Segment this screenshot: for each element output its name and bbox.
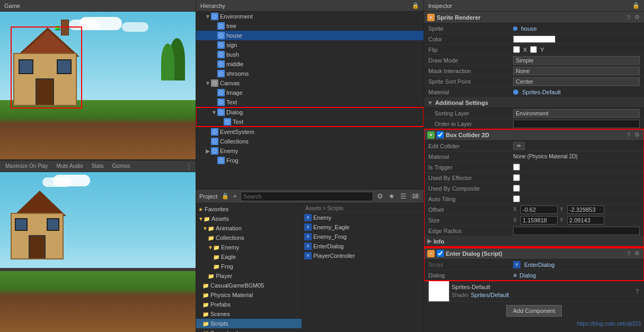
proj-prefabs-label: Prefabs [210, 301, 231, 308]
box-collider-settings-btn[interactable]: ⚙ [633, 131, 641, 138]
tree-item-collections[interactable]: ▶ ⬡ Collections [196, 137, 424, 146]
enter-dialog-enabled-checkbox[interactable] [437, 250, 444, 257]
file-enemy-frog-label: Enemy_Frog [313, 234, 347, 240]
tree-item-text-dialog[interactable]: ▶ ⬡ Text [196, 117, 424, 127]
edit-collider-value[interactable]: ✏ [513, 142, 640, 150]
tree-item-enemy[interactable]: ▶ ⬡ Enemy [196, 146, 424, 156]
tree-item-tree[interactable]: ▶ ⬡ tree [196, 21, 424, 31]
enter-dialog-icon: # [427, 250, 435, 257]
color-value[interactable] [513, 35, 640, 43]
hierarchy-lock-icon[interactable]: 🔒 [412, 2, 419, 9]
project-add-btn[interactable]: + [231, 192, 239, 200]
file-player-controller[interactable]: # PlayerController [302, 251, 424, 261]
file-enemy-frog[interactable]: # Enemy_Frog [302, 232, 424, 241]
info-section-header[interactable]: ▶ Info [424, 236, 644, 247]
used-by-composite-value[interactable] [513, 185, 640, 192]
box-collider-enabled-checkbox[interactable] [437, 131, 444, 138]
sprite-renderer-settings-btn[interactable]: ⚙ [633, 14, 641, 21]
draw-mode-value[interactable]: SimpleSlicedTiled [513, 56, 640, 65]
used-by-effector-value[interactable] [513, 174, 640, 181]
draw-mode-dropdown[interactable]: SimpleSlicedTiled [513, 56, 640, 65]
proj-prefabs[interactable]: 📁 Prefabs [196, 300, 302, 309]
proj-scripts[interactable]: 📁 Scripts [196, 319, 302, 328]
file-enemy-eagle[interactable]: # Enemy_Eagle [302, 222, 424, 232]
proj-enemy-anim[interactable]: ▼📁 Enemy [196, 243, 302, 252]
edge-radius-input[interactable]: 0 [513, 227, 640, 235]
flip-y-checkbox[interactable] [530, 46, 537, 53]
maximize-on-play-btn[interactable]: Maximize On Play [3, 163, 50, 169]
used-by-effector-checkbox[interactable] [513, 174, 520, 181]
auto-tiling-value[interactable] [513, 195, 640, 202]
mask-interaction-value[interactable]: NoneVisible Inside MaskVisible Outside M… [513, 67, 640, 75]
dialog-val-text: Dialog [519, 272, 536, 279]
sprite-sort-point-value[interactable]: CenterPivot [513, 77, 640, 86]
proj-scenes[interactable]: 📁 Scenes [196, 309, 302, 319]
offset-y-input[interactable] [567, 205, 604, 214]
proj-physics[interactable]: 📁 Physics Material [196, 290, 302, 300]
edit-collider-btn[interactable]: ✏ [513, 142, 525, 150]
order-in-layer-value[interactable]: 0 [513, 120, 640, 128]
order-in-layer-input[interactable]: 0 [513, 120, 640, 128]
sprites-default-help-btn[interactable]: ? [634, 288, 640, 294]
proj-favorites[interactable]: ★ Favorites [196, 204, 302, 214]
is-trigger-value[interactable] [513, 164, 640, 171]
mute-audio-btn[interactable]: Mute Audio [55, 163, 85, 169]
proj-sunnyland[interactable]: 📁 Sunnyland [196, 328, 302, 332]
file-enemy[interactable]: # Enemy [302, 213, 424, 222]
sprite-renderer-help-btn[interactable]: ? [626, 14, 631, 21]
tree-item-text-canvas[interactable]: ▶ ⬡ Text [196, 97, 424, 107]
offset-x-input[interactable] [521, 205, 558, 214]
tree-label-environment: Environment [220, 13, 253, 20]
tree-item-canvas[interactable]: ▼ ⬡ Canvas [196, 78, 424, 88]
tree-item-dialog[interactable]: ▼ ⬡ Dialog [196, 107, 424, 117]
proj-assets[interactable]: ▼📁 Assets [196, 214, 302, 223]
color-swatch[interactable] [513, 35, 555, 43]
tree-item-bush[interactable]: ▶ ⬡ bush [196, 50, 424, 59]
project-count-badge: 18 [410, 193, 420, 199]
stats-btn[interactable]: Stats [90, 163, 106, 169]
project-view-btn[interactable]: ☰ [399, 192, 408, 200]
tree-item-frog[interactable]: ▶ ⬡ Frog [196, 156, 424, 165]
project-search-input[interactable] [241, 192, 373, 201]
project-star-btn[interactable]: ★ [387, 192, 396, 200]
proj-eagle[interactable]: 📁 Eagle [196, 252, 302, 262]
size-x-input[interactable] [521, 216, 558, 225]
tree-item-middle[interactable]: ▶ ⬡ middle [196, 59, 424, 69]
tree-item-environment[interactable]: ▼ ⬡ Environment [196, 12, 424, 21]
auto-tiling-checkbox[interactable] [513, 195, 520, 202]
proj-scenes-label: Scenes [210, 311, 230, 317]
inspector-lock-icon[interactable]: 🔒 [632, 2, 640, 9]
sprite-preview-swatch [428, 281, 449, 302]
sprite-sort-point-dropdown[interactable]: CenterPivot [513, 77, 640, 86]
toolbar-more-icon[interactable]: ⋮ [185, 162, 192, 171]
project-filter-btn[interactable]: ⚙ [375, 192, 385, 200]
proj-player-anim[interactable]: 📁 Player [196, 271, 302, 281]
proj-collections[interactable]: 📁 Collections [196, 233, 302, 243]
enter-dialog-header: # Enter Dialog (Script) ? ⚙ [424, 248, 644, 259]
enter-dialog-settings-btn[interactable]: ⚙ [633, 250, 641, 257]
tree-item-house[interactable]: ▶ ⬡ house [196, 31, 424, 40]
used-by-composite-checkbox[interactable] [513, 185, 520, 192]
tree-item-image[interactable]: ▶ ⬡ Image [196, 88, 424, 97]
enter-dialog-help-btn[interactable]: ? [626, 250, 631, 257]
tree-item-shrooms[interactable]: ▶ ⬡ shrooms [196, 69, 424, 78]
mask-interaction-dropdown[interactable]: NoneVisible Inside MaskVisible Outside M… [513, 67, 640, 75]
proj-animation[interactable]: ▼📁 Animation [196, 223, 302, 233]
project-lock-icon[interactable]: 🔒 [222, 193, 229, 200]
file-enter-dialog[interactable]: # EnterDialog [302, 241, 424, 251]
size-row: Size X Y [424, 215, 644, 226]
is-trigger-checkbox[interactable] [513, 164, 520, 171]
additional-settings-header[interactable]: ▼ Additional Settings [424, 97, 644, 108]
sorting-layer-dropdown[interactable]: EnvironmentDefault [513, 109, 640, 118]
tree-item-eventsystem[interactable]: ▶ ⬡ EventSystem [196, 127, 424, 137]
proj-casual[interactable]: 📁 CasualGameBGM05 [196, 281, 302, 290]
add-component-btn[interactable]: Add Component [506, 305, 562, 317]
sorting-layer-value[interactable]: EnvironmentDefault [513, 109, 640, 118]
tree-item-sign[interactable]: ▶ ⬡ sign [196, 40, 424, 50]
flip-x-checkbox[interactable] [513, 46, 520, 53]
box-collider-help-btn[interactable]: ? [626, 131, 631, 138]
edge-radius-value[interactable]: 0 [513, 227, 640, 235]
size-y-input[interactable] [567, 216, 604, 225]
gizmos-btn[interactable]: Gizmos [110, 163, 132, 169]
proj-frog-anim[interactable]: 📁 Frog [196, 262, 302, 271]
